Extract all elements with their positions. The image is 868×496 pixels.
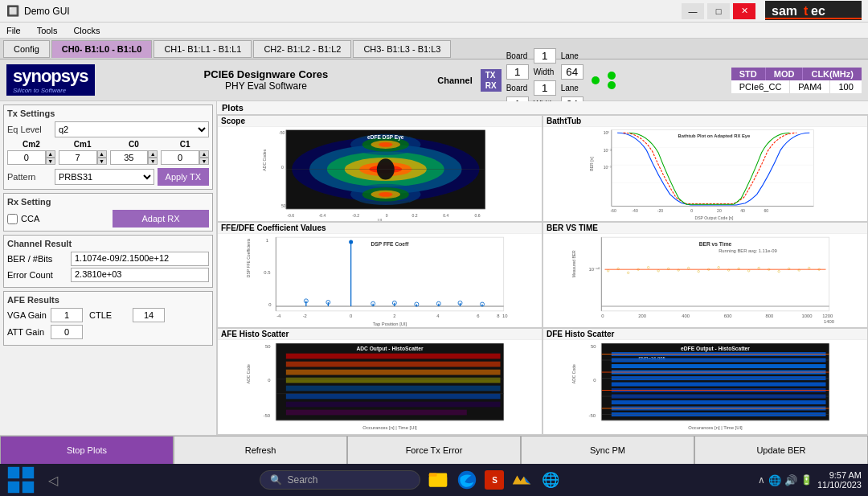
header-bar: synopsys Silicon to Software PCIE6 Desig… — [0, 59, 868, 101]
force-tx-error-button[interactable]: Force Tx Error — [347, 436, 521, 465]
dfe-plot-cell: DFE Histo Scatter eDFE Output - HistoSca… — [542, 328, 868, 435]
apply-tx-button[interactable]: Apply TX — [158, 168, 209, 186]
update-ber-button[interactable]: Update BER — [694, 436, 868, 465]
rx-setting-title: Rx Setting — [7, 197, 209, 207]
svg-rect-59 — [276, 237, 503, 311]
vga-label: VGA Gain — [7, 310, 47, 320]
sync-pm-button[interactable]: Sync PM — [521, 436, 694, 465]
std-header-row: STD MOD CLK(MHz) — [731, 68, 862, 80]
svg-rect-39 — [612, 130, 814, 207]
ber-value: 1.1074e-09/2.1500e+12 — [71, 252, 209, 266]
taskbar-edge-icon[interactable] — [456, 469, 478, 491]
pattern-select[interactable]: PRBS31 — [55, 169, 154, 185]
minimize-button[interactable]: — — [682, 3, 704, 19]
svg-text:-50: -50 — [588, 413, 596, 418]
svg-text:t: t — [804, 4, 809, 18]
taskbar-matlab-icon[interactable] — [510, 469, 533, 491]
svg-rect-185 — [23, 467, 34, 478]
eq-level-label: Eq Level — [7, 125, 51, 134]
search-bar[interactable]: 🔍 Search — [260, 470, 420, 490]
ber-label: BER / #Bits — [7, 254, 68, 264]
svg-text:ADC Code: ADC Code — [571, 364, 576, 383]
std-col-std: STD — [731, 68, 766, 80]
chevron-up-icon[interactable]: ∧ — [758, 474, 765, 486]
refresh-button[interactable]: Refresh — [174, 436, 347, 465]
app-icon: 🔲 — [6, 5, 19, 17]
menu-clocks[interactable]: Clocks — [70, 24, 103, 37]
c0-up[interactable]: ▲ — [148, 150, 158, 158]
svg-text:eDFE DSP Eye: eDFE DSP Eye — [367, 134, 404, 141]
svg-text:Tap Position [UI]: Tap Position [UI] — [373, 322, 407, 326]
svg-text:1200: 1200 — [822, 314, 833, 318]
board-label-tx: Board — [506, 51, 529, 60]
clock-time: 9:57 AM — [817, 470, 862, 480]
close-button[interactable]: ✕ — [733, 3, 755, 19]
taskbar-synopsys-icon[interactable]: S — [485, 470, 504, 490]
menu-file[interactable]: File — [3, 24, 24, 37]
ber-time-plot-cell: BER VS TIME BER vs Time Running BER avg:… — [542, 222, 868, 329]
error-label: Error Count — [7, 270, 68, 280]
att-field: ATT Gain — [7, 325, 83, 339]
cm1-input[interactable] — [59, 150, 97, 165]
network-icon[interactable]: 🌐 — [768, 474, 781, 486]
tab-ch1[interactable]: CH1- B1:L1 - B1:L1 — [154, 40, 252, 58]
ffe-plot-content: DSP FFE Coeff DSP FFE Coefficients 1 0.5… — [218, 234, 542, 328]
tab-ch0[interactable]: CH0- B1:L0 - B1:L0 — [51, 40, 153, 58]
maximize-button[interactable]: □ — [707, 3, 730, 19]
ctle-label: CTLE — [89, 310, 129, 320]
cm2-input[interactable] — [7, 150, 46, 165]
adc-plot-content: ADC Output - HistoScatter ADC Code 50 0 … — [218, 340, 542, 434]
c1-down[interactable]: ▼ — [199, 158, 209, 165]
c0-input-wrap: ▲ ▼ — [110, 150, 158, 165]
svg-text:eDFE Output - HistoScatter: eDFE Output - HistoScatter — [681, 346, 750, 352]
tab-ch2[interactable]: CH2- B1:L2 - B1:L2 — [253, 40, 351, 58]
start-button[interactable] — [6, 465, 35, 494]
ffe-svg: DSP FFE Coeff DSP FFE Coefficients 1 0.5… — [218, 234, 542, 328]
dfe-svg: eDFE Output - HistoScatter SNR=16.995 AD… — [543, 340, 867, 434]
ffe-plot-title: FFE/DFE Coefficient Values — [218, 223, 542, 234]
ber-time-svg: BER vs Time Running BER avg: 1.11e-09 Me… — [543, 234, 867, 328]
c0-label: C0 — [110, 140, 158, 149]
cm2-down[interactable]: ▼ — [46, 158, 55, 165]
vga-input[interactable] — [51, 308, 83, 322]
ctle-field: CTLE — [89, 308, 165, 322]
tx-label: TX — [484, 70, 498, 80]
tab-ch3[interactable]: CH3- B1:L3 - B1:L3 — [353, 40, 451, 58]
svg-text:DSP Output Code [n]: DSP Output Code [n] — [695, 215, 734, 220]
std-values-row: PCIe6_CC PAM4 100 — [731, 80, 862, 93]
std-col-clk: CLK(MHz) — [803, 68, 862, 80]
stop-plots-button[interactable]: Stop Plots — [0, 436, 174, 465]
att-label: ATT Gain — [7, 327, 47, 337]
cm1-down[interactable]: ▼ — [97, 158, 107, 165]
sys-tray: ∧ 🌐 🔊 🔋 — [758, 474, 813, 486]
tx-width-input[interactable] — [561, 64, 583, 80]
c1-input[interactable] — [161, 150, 199, 165]
menu-tools[interactable]: Tools — [34, 24, 61, 37]
adapt-rx-button[interactable]: Adapt RX — [113, 210, 209, 228]
svg-text:60: 60 — [764, 208, 768, 213]
tx-lane-input[interactable] — [506, 64, 529, 80]
tab-config[interactable]: Config — [3, 40, 50, 58]
taskbar-globe-icon[interactable]: 🌐 — [539, 469, 562, 491]
tab-bar: Config CH0- B1:L0 - B1:L0 CH1- B1:L1 - B… — [0, 39, 868, 59]
c0-down[interactable]: ▼ — [148, 158, 158, 165]
taskbar-explorer-icon[interactable] — [427, 469, 449, 491]
synopsys-tagline: Silicon to Software — [13, 87, 88, 94]
search-placeholder: Search — [287, 474, 317, 486]
title-bar-left: 🔲 Demo GUI — [6, 5, 70, 17]
cm2-up[interactable]: ▲ — [46, 150, 55, 158]
ctle-input[interactable] — [133, 308, 165, 322]
tx-board-input[interactable] — [534, 48, 556, 64]
volume-icon[interactable]: 🔊 — [784, 474, 797, 486]
taskbar-back-button[interactable]: ◁ — [42, 469, 64, 491]
att-input[interactable] — [51, 325, 83, 339]
eq-level-select[interactable]: q2 — [55, 121, 209, 137]
window-title: Demo GUI — [24, 6, 70, 17]
cm1-up[interactable]: ▲ — [97, 150, 107, 158]
c0-input[interactable] — [110, 150, 149, 165]
svg-rect-144 — [286, 378, 501, 383]
rx-board-input[interactable] — [534, 80, 556, 96]
cca-checkbox[interactable] — [7, 214, 18, 224]
c1-up[interactable]: ▲ — [199, 150, 209, 158]
battery-icon[interactable]: 🔋 — [800, 474, 813, 486]
